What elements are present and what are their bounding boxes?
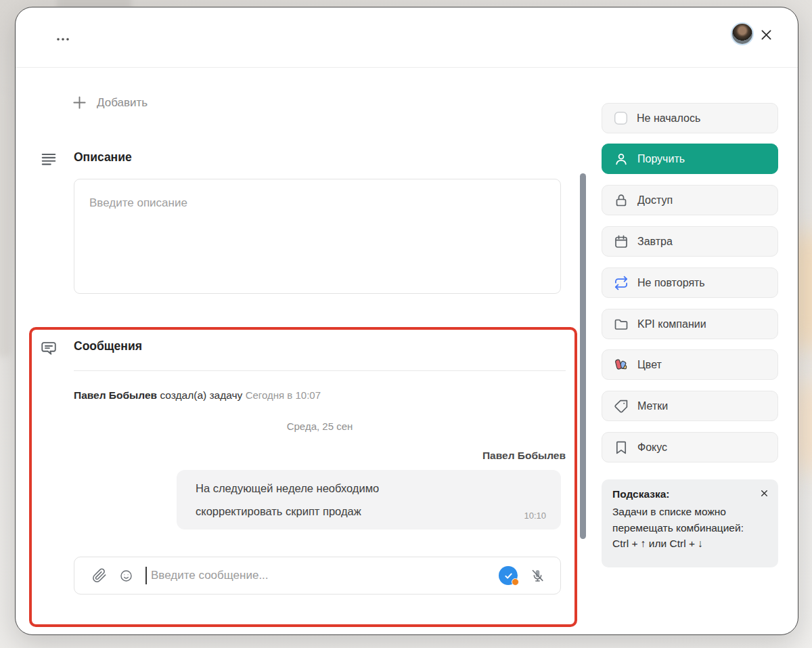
task-modal: Добавить Описание Сообщения Павел Бобыле… (15, 7, 798, 635)
more-dots-icon (55, 35, 72, 44)
hint-title: Подсказка: (612, 488, 669, 500)
messages-icon (40, 339, 58, 357)
sidebar-button-label: Завтра (637, 236, 673, 248)
close-modal-button[interactable] (757, 26, 775, 43)
sidebar-button-focus[interactable]: Фокус (602, 432, 778, 462)
sidebar-button-label: KPI компании (637, 318, 706, 330)
description-title: Описание (74, 150, 132, 165)
message-bubble: На следующей неделе необходимо скорректи… (177, 470, 561, 530)
sidebar-button-label: Не повторять (637, 277, 705, 289)
sidebar-button-access[interactable]: Доступ (602, 185, 778, 215)
activity-entry: Павел Бобылев создал(а) задачу Сегодня в… (74, 389, 566, 402)
user-avatar[interactable] (732, 24, 752, 44)
add-button-label: Добавить (97, 96, 148, 110)
sidebar-button-tags[interactable]: Метки (602, 391, 778, 421)
sidebar-button-label: Доступ (637, 194, 673, 207)
hint-text-line: перемещать комбинацией: (612, 520, 769, 536)
sidebar-button-due-date[interactable]: Завтра (602, 226, 778, 257)
description-field-container (74, 179, 561, 294)
message-text-line: На следующей неделе необходимо (196, 477, 546, 500)
sidebar-button-status[interactable]: Не началось (602, 103, 778, 133)
activity-author: Павел Бобылев (74, 389, 157, 401)
sidebar-button-label: Метки (637, 400, 668, 412)
repeat-icon (613, 275, 629, 291)
description-input[interactable] (74, 179, 560, 293)
message-input-bar (74, 557, 561, 595)
header-divider (16, 67, 798, 68)
hint-close-button[interactable] (760, 489, 769, 498)
text-caret (145, 567, 147, 584)
sidebar-button-label: Фокус (637, 441, 667, 454)
mic-off-icon[interactable] (530, 568, 545, 584)
sidebar-button-label: Цвет (637, 359, 662, 371)
bookmark-icon (613, 439, 629, 456)
hint-text-line: Задачи в списке можно (612, 504, 769, 520)
sidebar-button-label: Не началось (637, 112, 700, 125)
hint-box: Подсказка: Задачи в списке можно перемещ… (602, 479, 778, 567)
plus-icon (72, 95, 87, 110)
folder-icon (613, 316, 629, 332)
add-button[interactable]: Добавить (72, 95, 148, 110)
sidebar-button-repeat[interactable]: Не повторять (602, 267, 778, 298)
close-icon (760, 489, 769, 498)
status-checkbox-icon (613, 110, 629, 126)
close-icon (759, 28, 773, 42)
palette-icon (613, 357, 629, 373)
message-text-line: скорректировать скрипт продаж (196, 500, 546, 523)
messages-divider (74, 370, 566, 371)
sidebar-button-assign[interactable]: Поручить (602, 144, 778, 174)
calendar-icon (613, 234, 629, 250)
assign-person-icon (613, 151, 629, 167)
activity-timestamp: Сегодня в 10:07 (246, 389, 321, 401)
description-icon (40, 150, 58, 168)
hint-text-line: Ctrl + ↑ или Ctrl + ↓ (612, 536, 769, 552)
sidebar-button-project[interactable]: KPI компании (602, 309, 778, 339)
messages-title: Сообщения (74, 339, 142, 353)
notification-dot (512, 578, 519, 586)
lock-icon (613, 192, 629, 209)
message-sender: Павел Бобылев (74, 450, 566, 462)
tag-icon (613, 398, 629, 414)
more-options-button[interactable] (55, 35, 72, 44)
scrollbar-thumb[interactable] (580, 173, 586, 539)
emoji-icon[interactable] (119, 569, 133, 583)
activity-action: создал(а) задачу (160, 389, 242, 401)
background-shape (0, 93, 11, 358)
message-time: 10:10 (524, 511, 546, 521)
message-input[interactable] (151, 569, 487, 582)
date-divider: Среда, 25 сен (74, 420, 566, 432)
sidebar-button-label: Поручить (637, 153, 685, 165)
sidebar-button-color[interactable]: Цвет (602, 349, 778, 380)
send-button[interactable] (499, 566, 518, 585)
paperclip-icon[interactable] (92, 568, 107, 583)
